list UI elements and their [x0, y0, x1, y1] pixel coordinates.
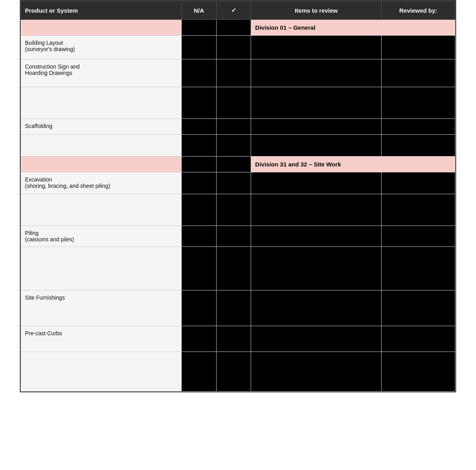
section-check-cell: [216, 157, 251, 172]
reviewed-cell: [381, 172, 455, 194]
product-cell: Construction Sign andHoarding Drawings: [21, 59, 182, 87]
na-cell: [182, 290, 217, 326]
header-check: ✓: [216, 1, 251, 20]
section-label-cell: [21, 157, 182, 172]
table-row: Construction Sign andHoarding Drawings: [21, 59, 455, 87]
product-cell: Building Layout(surveyor's drawing): [21, 36, 182, 59]
product-cell: Piling(caissons and piles): [21, 226, 182, 247]
table-row: [21, 135, 455, 157]
items-cell: [251, 290, 382, 326]
main-table-container: Product or System N/A ✓ Items to review …: [20, 0, 456, 392]
na-cell: [182, 119, 217, 135]
product-cell: Site Furnishings: [21, 290, 182, 326]
reviewed-cell: [381, 194, 455, 226]
items-cell: [251, 36, 382, 59]
table-row: Piling(caissons and piles): [21, 226, 455, 247]
check-cell: [216, 326, 251, 352]
reviewed-cell: [381, 59, 455, 87]
check-cell: [216, 36, 251, 59]
header-product: Product or System: [21, 1, 182, 20]
header-na: N/A: [182, 1, 217, 20]
product-cell: [21, 194, 182, 226]
reviewed-cell: [381, 135, 455, 157]
table-row: Pre-cast Curbs: [21, 326, 455, 352]
check-cell: [216, 226, 251, 247]
na-cell: [182, 326, 217, 352]
reviewed-cell: [381, 247, 455, 290]
reviewed-cell: [381, 87, 455, 119]
product-cell: [21, 247, 182, 290]
check-cell: [216, 87, 251, 119]
reviewed-cell: [381, 226, 455, 247]
items-cell: [251, 87, 382, 119]
section-check-cell: [216, 20, 251, 36]
na-cell: [182, 135, 217, 157]
review-table: Product or System N/A ✓ Items to review …: [21, 1, 455, 392]
check-cell: [216, 135, 251, 157]
section-na-cell: [182, 20, 217, 36]
check-cell: [216, 290, 251, 326]
table-row: Scaffolding: [21, 119, 455, 135]
na-cell: [182, 194, 217, 226]
section-header-row: Division 31 and 32 – Site Work: [21, 157, 455, 172]
check-cell: [216, 247, 251, 290]
check-cell: [216, 119, 251, 135]
na-cell: [182, 226, 217, 247]
na-cell: [182, 59, 217, 87]
na-cell: [182, 247, 217, 290]
header-row: Product or System N/A ✓ Items to review …: [21, 1, 455, 20]
check-cell: [216, 59, 251, 87]
table-row: [21, 247, 455, 290]
product-cell: Excavation(shoring, bracing, and sheet p…: [21, 172, 182, 194]
items-cell: [251, 119, 382, 135]
section-title-cell: Division 01 – General: [251, 20, 455, 36]
section-label-cell: [21, 20, 182, 36]
items-cell: [251, 352, 382, 392]
section-na-cell: [182, 157, 217, 172]
check-cell: [216, 172, 251, 194]
product-cell: [21, 352, 182, 392]
reviewed-cell: [381, 36, 455, 59]
na-cell: [182, 36, 217, 59]
items-cell: [251, 59, 382, 87]
items-cell: [251, 226, 382, 247]
reviewed-cell: [381, 352, 455, 392]
items-cell: [251, 172, 382, 194]
reviewed-cell: [381, 326, 455, 352]
table-row: [21, 87, 455, 119]
table-row: [21, 352, 455, 392]
table-row: Building Layout(surveyor's drawing): [21, 36, 455, 59]
reviewed-cell: [381, 119, 455, 135]
na-cell: [182, 172, 217, 194]
section-title-cell: Division 31 and 32 – Site Work: [251, 157, 455, 172]
items-cell: [251, 247, 382, 290]
table-row: Excavation(shoring, bracing, and sheet p…: [21, 172, 455, 194]
na-cell: [182, 352, 217, 392]
header-items: Items to review: [251, 1, 382, 20]
table-row: [21, 194, 455, 226]
items-cell: [251, 194, 382, 226]
check-cell: [216, 194, 251, 226]
table-row: Site Furnishings: [21, 290, 455, 326]
section-header-row: Division 01 – General: [21, 20, 455, 36]
items-cell: [251, 326, 382, 352]
check-cell: [216, 352, 251, 392]
items-cell: [251, 135, 382, 157]
reviewed-cell: [381, 290, 455, 326]
na-cell: [182, 87, 217, 119]
product-cell: Scaffolding: [21, 119, 182, 135]
product-cell: Pre-cast Curbs: [21, 326, 182, 352]
header-reviewed: Reviewed by:: [381, 1, 455, 20]
product-cell: [21, 135, 182, 157]
product-cell: [21, 87, 182, 119]
